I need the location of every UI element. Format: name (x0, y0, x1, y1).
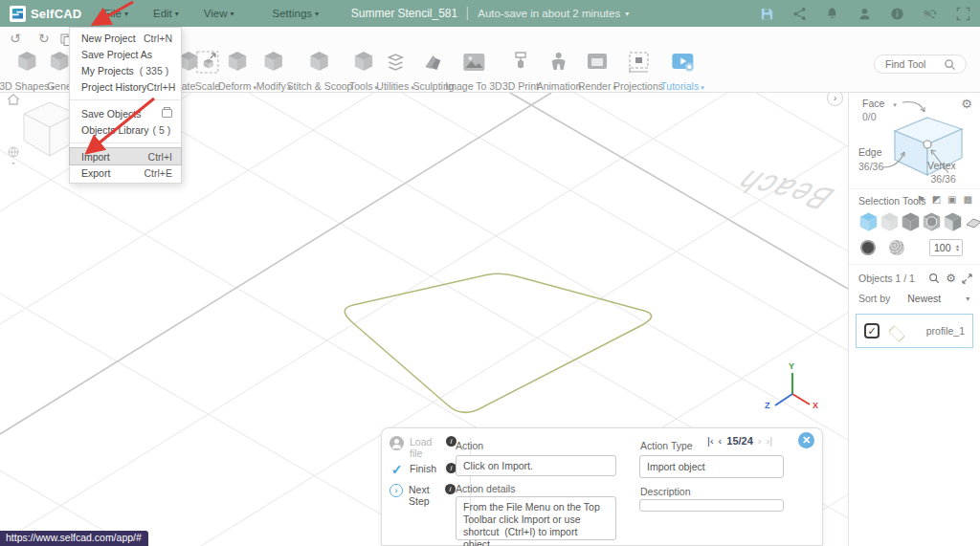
select-half-icon[interactable] (943, 211, 963, 231)
logo-icon (10, 6, 26, 22)
prev-step-button[interactable]: ‹ (719, 435, 723, 447)
project-name: Summer Stencil_581 (351, 7, 457, 20)
gear-icon[interactable]: ⚙ (946, 272, 956, 285)
find-tool-search[interactable] (874, 55, 967, 74)
toolbar-item-render[interactable]: Render▾ (578, 50, 616, 94)
select-sphere-icon[interactable] (922, 211, 942, 231)
description-input[interactable] (639, 499, 784, 512)
step-next-step[interactable]: › Next Step i (390, 484, 456, 507)
folder-icon (162, 109, 172, 118)
menu-item-new-project[interactable]: New Project Ctrl+N (70, 30, 181, 46)
divider (467, 7, 468, 20)
project-info: Summer Stencil_581 Auto-save in about 2 … (351, 7, 629, 20)
expand-icon[interactable] (962, 273, 972, 284)
vertex-mode[interactable]: Vertex 36/36 (927, 160, 956, 185)
toolbar-item-scale[interactable]: Scale (195, 50, 220, 94)
close-button[interactable]: ✕ (798, 432, 814, 448)
menu-separator (70, 142, 181, 143)
menu-file[interactable]: File▾ (91, 0, 141, 27)
toolbar-item-generators[interactable]: Gene (47, 50, 72, 94)
object-name: profile_1 (926, 325, 965, 337)
scale-icon (195, 50, 220, 75)
search-icon[interactable] (928, 273, 940, 284)
select-solid-icon[interactable] (858, 211, 879, 231)
action-input[interactable] (456, 455, 616, 476)
menu-item-objects-library[interactable]: Objects Library ( 5 ) (70, 121, 181, 138)
menu-item-export[interactable]: Export Ctrl+E (70, 164, 181, 181)
toolbar-item-projections[interactable]: Projections (613, 50, 663, 94)
sphere-select-icon[interactable] (889, 240, 904, 255)
first-step-button[interactable]: |‹ (707, 435, 714, 447)
notifications-icon[interactable] (825, 7, 839, 21)
selfcad-logo[interactable]: SelfCAD (0, 6, 91, 22)
cube-icon (218, 50, 256, 75)
selection-tools-section: Selection Tools ⚑ ◩ ▣ ▩ (849, 188, 980, 264)
step-finish[interactable]: ✓ Finish i (390, 463, 457, 476)
check-icon: ✓ (390, 463, 404, 476)
home-icon[interactable] (8, 95, 19, 104)
menu-item-import[interactable]: Import Ctrl+I (70, 148, 181, 164)
action-details-box[interactable]: From the File Menu on the Top Toolbar cl… (456, 496, 616, 540)
logo-text: SelfCAD (31, 7, 81, 21)
printer-icon (502, 50, 539, 75)
toolbar-item-animation[interactable]: Animation (537, 50, 582, 94)
last-step-button[interactable]: ›| (766, 435, 772, 447)
save-icon[interactable] (760, 7, 774, 21)
stepper-arrows[interactable]: ▲▼ (955, 244, 960, 252)
menu-view[interactable]: View▾ (191, 0, 247, 27)
description-label: Description (640, 486, 691, 497)
find-tool-input[interactable] (875, 58, 942, 70)
action-details-label: Action details (456, 483, 515, 494)
select-plane-icon[interactable] (964, 211, 980, 231)
multi-cube-icon[interactable]: ▣ (947, 194, 956, 205)
svg-text:%: % (924, 9, 931, 18)
autosave-status[interactable]: Auto-save in about 2 minutes ▾ (478, 8, 629, 19)
chevron-down-icon: ▾ (124, 10, 128, 18)
object-list-item[interactable]: ✓ profile_1 (856, 314, 973, 348)
share-icon[interactable] (792, 7, 807, 21)
info-icon[interactable] (890, 7, 904, 21)
header-actions: % (760, 0, 970, 27)
menu-item-save-project-as[interactable]: Save Project As (70, 46, 181, 62)
soft-select-icon[interactable] (860, 240, 876, 255)
toolbar-item-tools[interactable]: Tools▾ (349, 50, 378, 94)
region-icon[interactable]: ▩ (964, 194, 972, 205)
user-icon[interactable] (858, 7, 872, 21)
edge-mode[interactable]: Edge 36/36 (858, 146, 883, 172)
tolerance-input[interactable] (934, 242, 955, 253)
sort-select[interactable]: Newest ▾ (907, 293, 969, 304)
cursor-select-icon[interactable]: ◩ (932, 194, 941, 205)
object-visibility-checkbox[interactable]: ✓ (864, 323, 880, 339)
info-icon[interactable]: i (445, 484, 456, 494)
next-step-button[interactable]: › (758, 435, 762, 447)
toolbar-item-deform[interactable]: Deform▾ (218, 50, 256, 94)
action-type-input[interactable] (639, 455, 784, 478)
chevron-down-icon: ▾ (231, 10, 234, 18)
step-load-file[interactable]: Load file i (390, 436, 457, 459)
menu-item-my-projects[interactable]: My Projects ( 335 ) (70, 62, 181, 78)
toolbar-item-image-to-3d[interactable]: Image To 3D (445, 50, 501, 94)
select-dotted-icon[interactable] (880, 211, 900, 231)
menu-item-project-history[interactable]: Project History Ctrl+H (70, 78, 181, 95)
selfcad-app: SelfCAD File▾ Edit▾ View▾ Settings▾ Summ… (0, 0, 980, 546)
toolbar-item-3d-print[interactable]: 3D Print (502, 50, 539, 94)
menu-settings[interactable]: Settings▾ (260, 0, 332, 27)
toolbar-item-tutorials[interactable]: Tutorials▾ (660, 50, 703, 94)
redo-icon[interactable]: ↻ (38, 31, 50, 46)
chevron-down-icon: ▾ (701, 84, 704, 91)
sync-percent-icon[interactable]: % (923, 7, 938, 21)
cube-icon (349, 50, 378, 75)
menu-item-save-objects[interactable]: Save Objects (70, 105, 181, 121)
profile-object-outline[interactable] (345, 273, 651, 412)
undo-icon[interactable]: ↺ (10, 31, 21, 46)
tolerance-stepper[interactable]: ▲▼ (929, 239, 963, 256)
axis-triad: Y X Z (765, 361, 818, 410)
fullscreen-icon[interactable] (956, 7, 970, 21)
toolbar-item-stitch-scoop[interactable]: Stitch & Scoop (287, 50, 353, 94)
projection-icon (613, 50, 663, 75)
select-mesh-icon[interactable] (901, 211, 921, 231)
selection-mini-tools: ⚑ ◩ ▣ ▩ (917, 194, 972, 205)
lasso-icon[interactable]: ⚑ (917, 194, 925, 205)
toolbar-item-utilities[interactable]: Utilities▾ (376, 50, 413, 94)
menu-edit[interactable]: Edit▾ (141, 0, 191, 27)
